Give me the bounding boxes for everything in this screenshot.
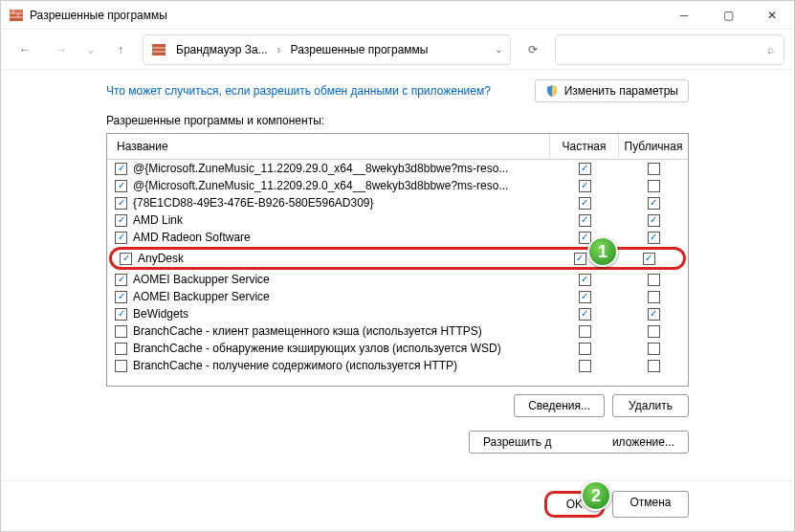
row-label: AMD Radeon Software	[133, 231, 251, 244]
shield-icon	[545, 84, 559, 98]
details-button[interactable]: Сведения...	[514, 394, 605, 417]
navbar: ← → ⌄ ↑ Брандмауэр За... › Разрешенные п…	[1, 30, 794, 70]
close-button[interactable]: ✕	[750, 1, 794, 30]
change-settings-button[interactable]: Изменить параметры	[535, 79, 689, 102]
private-checkbox[interactable]: ✓	[579, 308, 591, 321]
table-row[interactable]: ✓AOMEI Backupper Service✓	[107, 271, 688, 288]
allow-another-app-button[interactable]: Разрешить д иложение...	[469, 431, 689, 454]
table-row[interactable]: ✓@{Microsoft.ZuneMusic_11.2209.29.0_x64_…	[107, 177, 688, 194]
public-checkbox[interactable]	[648, 163, 660, 175]
marker-2: 2	[581, 480, 611, 511]
row-label: AMD Link	[133, 213, 183, 227]
row-label: AOMEI Backupper Service	[133, 290, 270, 303]
row-enabled-checkbox[interactable]: ✓	[115, 274, 127, 286]
private-checkbox[interactable]: ✓	[574, 253, 586, 265]
row-label: @{Microsoft.ZuneMusic_11.2209.29.0_x64__…	[133, 179, 508, 192]
breadcrumb[interactable]: Брандмауэр За... › Разрешенные программы…	[143, 34, 511, 65]
table-row[interactable]: BranchCache - клиент размещенного кэша (…	[107, 322, 688, 340]
marker-1: 1	[587, 236, 618, 267]
public-checkbox[interactable]	[648, 360, 660, 372]
table-row[interactable]: BranchCache - получение содержимого (исп…	[107, 357, 688, 374]
private-checkbox[interactable]: ✓	[579, 274, 591, 286]
window-title: Разрешенные программы	[30, 9, 167, 22]
maximize-button[interactable]: ▢	[706, 1, 750, 30]
row-enabled-checkbox[interactable]: ✓	[120, 253, 132, 265]
table-row[interactable]: BranchCache - обнаружение кэширующих узл…	[107, 340, 688, 357]
row-enabled-checkbox[interactable]	[115, 343, 127, 355]
back-button[interactable]: ←	[11, 35, 39, 64]
private-checkbox[interactable]: ✓	[579, 163, 591, 175]
private-checkbox[interactable]: ✓	[579, 232, 591, 244]
public-checkbox[interactable]: ✓	[648, 197, 660, 210]
row-enabled-checkbox[interactable]	[115, 360, 127, 372]
row-label: @{Microsoft.ZuneMusic_11.2209.29.0_x64__…	[133, 162, 508, 175]
breadcrumb-seg1[interactable]: Брандмауэр За...	[176, 43, 268, 56]
public-checkbox[interactable]	[648, 343, 660, 355]
forward-button[interactable]: →	[47, 35, 76, 64]
table-row[interactable]: ✓AOMEI Backupper Service✓	[107, 288, 688, 305]
row-enabled-checkbox[interactable]: ✓	[115, 197, 127, 210]
search-input[interactable]: ⌕	[555, 34, 784, 65]
allow-another-right: иложение...	[612, 435, 674, 449]
row-enabled-checkbox[interactable]: ✓	[115, 232, 127, 244]
private-checkbox[interactable]: ✓	[579, 197, 591, 210]
private-checkbox[interactable]: ✓	[579, 180, 591, 192]
row-label: BeWidgets	[133, 307, 188, 321]
row-enabled-checkbox[interactable]: ✓	[115, 291, 127, 303]
public-checkbox[interactable]: ✓	[643, 253, 655, 265]
row-label: AnyDesk	[138, 252, 184, 265]
titlebar: Разрешенные программы ─ ▢ ✕	[1, 1, 794, 30]
table-row[interactable]: ✓{78E1CD88-49E3-476E-B926-580E596AD309}✓…	[107, 194, 688, 211]
row-label: BranchCache - обнаружение кэширующих узл…	[133, 342, 501, 355]
row-label: {78E1CD88-49E3-476E-B926-580E596AD309}	[133, 196, 374, 210]
firewall-icon	[9, 8, 24, 23]
row-enabled-checkbox[interactable]: ✓	[115, 308, 127, 321]
row-label: AOMEI Backupper Service	[133, 273, 270, 286]
table-row[interactable]: ✓AMD Link✓✓	[107, 211, 688, 229]
delete-button[interactable]: Удалить	[612, 394, 689, 417]
history-dropdown[interactable]: ⌄	[83, 35, 99, 64]
row-enabled-checkbox[interactable]: ✓	[115, 163, 127, 175]
change-settings-label: Изменить параметры	[564, 84, 678, 98]
chevron-right-icon: ›	[277, 43, 281, 56]
firewall-icon	[151, 42, 166, 57]
public-checkbox[interactable]: ✓	[648, 308, 660, 321]
public-checkbox[interactable]	[648, 325, 660, 338]
chevron-down-icon[interactable]: ⌄	[495, 44, 502, 55]
row-label: BranchCache - получение содержимого (исп…	[133, 359, 457, 372]
row-label: BranchCache - клиент размещенного кэша (…	[133, 324, 482, 338]
table-row[interactable]: ✓BeWidgets✓✓	[107, 305, 688, 322]
search-icon: ⌕	[767, 43, 774, 56]
private-checkbox[interactable]	[579, 360, 591, 372]
up-button[interactable]: ↑	[106, 35, 135, 64]
row-enabled-checkbox[interactable]: ✓	[115, 214, 127, 227]
svg-rect-1	[10, 10, 23, 12]
public-checkbox[interactable]: ✓	[648, 232, 660, 244]
public-checkbox[interactable]	[648, 180, 660, 192]
minimize-button[interactable]: ─	[662, 1, 706, 30]
svg-rect-6	[152, 44, 166, 55]
public-checkbox[interactable]: ✓	[648, 214, 660, 227]
col-name[interactable]: Название	[107, 134, 550, 159]
private-checkbox[interactable]	[579, 325, 591, 338]
row-enabled-checkbox[interactable]: ✓	[115, 180, 127, 192]
private-checkbox[interactable]	[579, 343, 591, 355]
row-enabled-checkbox[interactable]	[115, 325, 127, 338]
refresh-button[interactable]: ⟳	[519, 35, 547, 64]
private-checkbox[interactable]: ✓	[579, 214, 591, 227]
table-row[interactable]: ✓@{Microsoft.ZuneMusic_11.2209.29.0_x64_…	[107, 160, 688, 177]
col-public[interactable]: Публичная	[619, 134, 688, 159]
breadcrumb-seg2[interactable]: Разрешенные программы	[291, 43, 429, 56]
public-checkbox[interactable]	[648, 274, 660, 286]
allow-another-left: Разрешить д	[483, 435, 551, 449]
public-checkbox[interactable]	[648, 291, 660, 303]
cancel-button[interactable]: Отмена	[612, 491, 689, 518]
section-label: Разрешенные программы и компоненты:	[106, 114, 689, 127]
help-link[interactable]: Что может случиться, если разрешить обме…	[106, 84, 491, 98]
col-private[interactable]: Частная	[550, 134, 619, 159]
private-checkbox[interactable]: ✓	[579, 291, 591, 303]
